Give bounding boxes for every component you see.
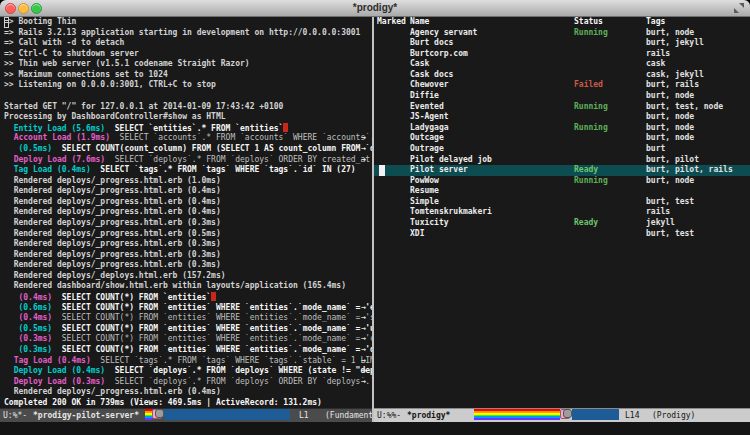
log-line: Rendered deploys/_progress.html.erb (0.3… <box>0 218 372 229</box>
service-name: Diffie <box>410 91 573 102</box>
service-row[interactable]: Caskcask <box>374 59 750 70</box>
service-tags: rails <box>646 49 748 60</box>
service-name: Ladygaga <box>410 123 573 134</box>
marked-cell <box>377 112 409 123</box>
service-row[interactable]: Outrageburt <box>374 144 750 155</box>
service-name: Outrage <box>410 144 573 155</box>
marked-cell <box>377 229 409 240</box>
log-line: (0.4ms) SELECT COUNT(*) FROM `entities` <box>0 292 372 303</box>
log-line: >> Listening on 0.0.0.0:3001, CTRL+C to … <box>0 80 372 91</box>
service-tags: jekyll <box>646 218 748 229</box>
marked-cell <box>377 155 409 166</box>
service-row[interactable]: Simpleburt, test <box>374 197 750 208</box>
service-row[interactable]: EventedRunningburt, test, node <box>374 102 750 113</box>
truncation-arrow-icon: → <box>361 345 366 356</box>
service-row[interactable]: LadygagaRunningburt, node <box>374 123 750 134</box>
sql-timing-label: (0.3ms) <box>4 345 52 354</box>
service-row[interactable]: Agency servantRunningburt, node <box>374 28 750 39</box>
fullscreen-icon[interactable] <box>734 3 744 13</box>
log-line: Tag Load (0.4ms) SELECT `tags`.* FROM `t… <box>0 356 372 367</box>
log-line: Rendered deploys/_progress.html.erb (0.5… <box>0 229 372 240</box>
log-line: (0.3ms) SELECT COUNT(*) FROM `entities` … <box>0 345 372 356</box>
service-name: Agency servant <box>410 28 573 39</box>
status-badge <box>574 112 645 123</box>
sql-timing-label: (0.4ms) <box>4 293 52 302</box>
service-row[interactable]: PowWowRunningburt, node <box>374 176 750 187</box>
buffer-name: *prodigy* <box>407 409 450 423</box>
service-row[interactable]: Burtcorp.comrails <box>374 49 750 60</box>
truncation-arrow-icon: → <box>361 144 366 155</box>
marked-cell <box>377 123 409 134</box>
service-name: JS-Agent <box>410 112 573 123</box>
header-tags: Tags <box>646 17 748 28</box>
sql-timing-label: Deploy Load (0.4ms) <box>4 366 105 375</box>
modeline-left: U:%*- *prodigy-pilot-server* L1 (Fundame… <box>0 408 372 423</box>
marked-cell <box>377 207 409 218</box>
sql-timing-label: (0.3ms) <box>4 334 52 343</box>
log-line: Processing by DashboardController#show a… <box>0 112 372 123</box>
trailing-whitespace-block <box>211 292 216 301</box>
window-titlebar[interactable]: *prodigy* <box>0 0 750 17</box>
service-row[interactable]: Resume <box>374 186 750 197</box>
point-cursor <box>379 165 385 176</box>
sql-timing-label: Tag Load (0.4ms) <box>4 165 91 174</box>
header-status: Status <box>574 17 645 28</box>
service-tags: burt, test <box>646 197 748 208</box>
log-line: Completed 200 OK in 739ms (Views: 469.5m… <box>0 398 372 408</box>
modeline-right: U:%%- *prodigy* L14 (Prodigy) <box>374 408 750 423</box>
log-line: Rendered deploys/_progress.html.erb (1.0… <box>0 176 372 187</box>
nyan-rainbow-trail <box>474 409 560 420</box>
nyan-cat-icon <box>560 409 572 420</box>
log-line: (0.3ms) SELECT COUNT(*) FROM `entities` … <box>0 334 372 345</box>
service-row[interactable]: Outcageburt, node <box>374 133 750 144</box>
service-tags: burt, pilot, rails <box>646 165 748 176</box>
list-header: Marked Name Status Tags <box>374 17 750 28</box>
marked-cell <box>377 144 409 155</box>
service-row[interactable]: Diffieburt, node <box>374 91 750 102</box>
status-badge: Running <box>574 28 645 39</box>
window-title: *prodigy* <box>0 2 750 13</box>
service-name: Cask <box>410 59 573 70</box>
truncation-arrow-icon: → <box>361 377 366 388</box>
sql-timing-label: Entity Load (5.6ms) <box>4 124 105 133</box>
log-line: >> Maximum connections set to 1024 <box>0 70 372 81</box>
service-row[interactable]: Pilot delayed jobburt, pilot <box>374 155 750 166</box>
status-badge: Ready <box>574 218 645 229</box>
echo-area[interactable] <box>0 422 750 435</box>
service-row[interactable]: TuxicityReadyjekyll <box>374 218 750 229</box>
right-pane: Marked Name Status Tags Agency servantRu… <box>374 17 750 408</box>
service-tags: burt, node <box>646 112 748 123</box>
log-line: Rendered deploys/_progress.html.erb (0.4… <box>0 387 372 398</box>
marked-cell <box>377 70 409 81</box>
status-badge: Running <box>574 123 645 134</box>
marked-cell <box>377 133 409 144</box>
service-name: Burtcorp.com <box>410 49 573 60</box>
emacs-window: *prodigy* => Booting Thin=> Rails 3.2.13… <box>0 0 750 435</box>
service-tags: burt, jekyll <box>646 38 748 49</box>
log-line: Rendered deploys/_progress.html.erb (0.3… <box>0 250 372 261</box>
truncation-arrow-icon: → <box>361 356 366 367</box>
status-badge <box>574 38 645 49</box>
status-badge <box>574 229 645 240</box>
line-number-indicator: L14 <box>625 409 639 423</box>
major-mode-indicator: (Prodigy) <box>652 409 695 423</box>
service-row[interactable]: Burt docsburt, jekyll <box>374 38 750 49</box>
log-line: Rendered deploys/_progress.html.erb (0.3… <box>0 239 372 250</box>
status-badge <box>574 186 645 197</box>
status-badge <box>574 49 645 60</box>
sql-timing-label: Account Load (1.9ms) <box>4 133 110 142</box>
service-row[interactable]: Pilot serverReadyburt, pilot, rails <box>374 165 750 176</box>
service-name: Evented <box>410 102 573 113</box>
service-row[interactable]: JS-Agentburt, node <box>374 112 750 123</box>
service-name: Cask docs <box>410 70 573 81</box>
service-row[interactable]: Tomtenskrukmakerirails <box>374 207 750 218</box>
marked-cell <box>377 218 409 229</box>
status-badge <box>574 197 645 208</box>
service-row[interactable]: Cask docscask, jekyll <box>374 70 750 81</box>
log-line: => Call with -d to detach <box>0 38 372 49</box>
log-line: Rendered dashboard/show.html.erb within … <box>0 281 372 292</box>
service-row[interactable]: XDIburt, test <box>374 229 750 240</box>
service-row[interactable]: ChewoverFailedburt, rails <box>374 80 750 91</box>
status-badge <box>574 155 645 166</box>
service-name: Tomtenskrukmakeri <box>410 207 573 218</box>
